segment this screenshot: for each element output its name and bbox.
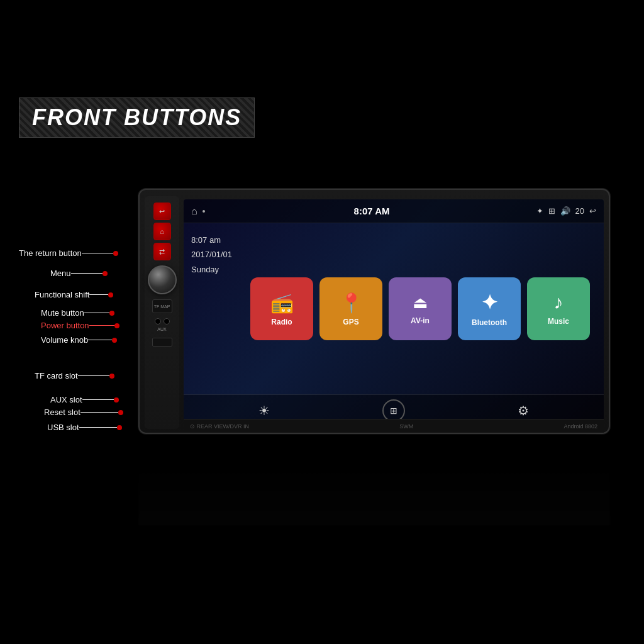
app-gps[interactable]: 📍 GPS (319, 277, 382, 340)
aux-label: AUX (157, 327, 166, 331)
home-status-icon: ⌂ (191, 206, 197, 217)
radio-label: Radio (271, 318, 292, 326)
ann-usb-line (79, 427, 117, 428)
ann-power-dot (114, 323, 119, 328)
ann-mute-text: Mute button (41, 308, 84, 318)
ann-aux-dot (114, 397, 119, 402)
ann-menu-text: Menu (50, 269, 71, 278)
volume-knob[interactable] (148, 265, 177, 294)
swm-label: SWM (399, 423, 413, 430)
bt-label: Bluetooth (472, 318, 507, 327)
ann-power-text: Power button (41, 321, 89, 330)
ann-tf-text: TF card slot (35, 371, 78, 380)
brightness-button[interactable]: ☀ (246, 400, 282, 421)
ann-tf-line (78, 375, 109, 376)
return-icon: ↩ (159, 208, 165, 216)
ann-volume-line (88, 340, 112, 340)
settings-button[interactable]: ⚙ (505, 400, 541, 421)
status-icons: ✦ ⊞ 🔊 20 ↩ (536, 206, 596, 216)
left-panel: ↩ ⌂ ⇄ TF MAP AUX (145, 196, 179, 429)
ann-mute-line (84, 313, 109, 313)
title-box: FRONT BUTTONS (19, 97, 255, 138)
ann-return-text: The return button (19, 248, 82, 258)
tf-card-slot[interactable]: TF MAP (152, 299, 172, 313)
bluetooth-status-icon: ✦ (536, 206, 543, 216)
device-bottom-bar: ⊙ REAR VIEW/DVR IN SWM Android 8802 (184, 419, 604, 433)
equalizer-icon: ⊞ (548, 206, 555, 216)
ann-aux: AUX slot (50, 395, 119, 404)
ann-menu-dot (103, 271, 108, 276)
ann-tf-dot (109, 374, 114, 379)
ann-usb-text: USB slot (47, 423, 79, 432)
home-icon: ⌂ (160, 228, 164, 235)
tf-slot-label: TF MAP (154, 304, 170, 309)
ann-usb: USB slot (47, 423, 122, 432)
aux-reset-row (155, 318, 170, 325)
aux-slot[interactable] (155, 318, 161, 325)
ann-menu-line (71, 273, 103, 274)
status-bar: ⌂ 8:07 AM ✦ ⊞ 🔊 20 ↩ (184, 199, 604, 223)
menu-button[interactable]: ⌂ (153, 223, 171, 240)
ann-reset: Reset slot (44, 408, 123, 417)
ann-func-dot (108, 292, 113, 297)
app-grid: 📻 Radio 📍 GPS ⏏ AV-in ✦ Bluetooth (244, 230, 596, 388)
screen: ⌂ 8:07 AM ✦ ⊞ 🔊 20 ↩ 8:07 am 2017/01/01 … (184, 199, 604, 426)
date-info: 8:07 am 2017/01/01 Sunday (191, 230, 244, 388)
ann-func-shift-text: Functional shift (35, 290, 89, 299)
ann-aux-line (82, 399, 114, 400)
device-body: ↩ ⌂ ⇄ TF MAP AUX (138, 189, 610, 434)
ann-power-line (89, 325, 114, 326)
app-music[interactable]: ♪ Music (527, 277, 590, 340)
ann-reset-dot (118, 410, 123, 415)
ann-menu: Menu (50, 269, 108, 278)
functional-shift-button[interactable]: ⇄ (153, 243, 171, 260)
usb-slot[interactable] (152, 338, 172, 347)
ann-func-line (89, 294, 108, 295)
app-avin[interactable]: ⏏ AV-in (389, 277, 452, 340)
title-heading: FRONT BUTTONS (32, 104, 242, 130)
bt-icon: ✦ (481, 291, 498, 314)
ann-return-dot (113, 251, 118, 256)
ann-mute-dot (109, 311, 114, 316)
ann-reset-text: Reset slot (44, 408, 80, 417)
music-label: Music (548, 317, 569, 326)
gps-label: GPS (343, 318, 358, 326)
ann-reset-line (80, 412, 118, 413)
ann-volume-dot (112, 338, 117, 343)
ann-volume: Volume knob (41, 335, 117, 345)
rear-view-label: ⊙ REAR VIEW/DVR IN (190, 423, 249, 430)
status-dot (203, 210, 205, 213)
shift-icon: ⇄ (159, 248, 165, 256)
ann-aux-text: AUX slot (50, 395, 82, 404)
ann-return-line (82, 253, 113, 253)
radio-icon: 📻 (270, 292, 294, 314)
device-unit: ↩ ⌂ ⇄ TF MAP AUX (138, 189, 610, 447)
ann-usb-dot (117, 425, 122, 430)
back-nav-icon: ↩ (589, 206, 596, 216)
gps-icon: 📍 (340, 292, 363, 314)
ann-tf: TF card slot (35, 371, 114, 380)
ann-return: The return button (19, 248, 118, 258)
screen-content: 8:07 am 2017/01/01 Sunday 📻 Radio 📍 GPS … (184, 223, 604, 394)
device-reflection (138, 450, 610, 525)
reset-slot[interactable] (164, 318, 170, 325)
app-radio[interactable]: 📻 Radio (250, 277, 313, 340)
music-icon: ♪ (554, 292, 564, 313)
ann-volume-text: Volume knob (41, 335, 88, 345)
volume-level: 20 (575, 206, 584, 216)
app-bluetooth[interactable]: ✦ Bluetooth (458, 277, 521, 340)
return-button[interactable]: ↩ (153, 203, 171, 220)
day-display: Sunday (191, 262, 244, 277)
ann-func-shift: Functional shift (35, 290, 113, 299)
android-model-label: Android 8802 (564, 423, 597, 430)
avin-label: AV-in (411, 316, 430, 325)
status-time: 8:07 AM (208, 206, 536, 216)
time-display: 8:07 am (191, 233, 244, 247)
avin-icon: ⏏ (413, 293, 428, 313)
ann-power: Power button (41, 321, 119, 330)
date-display: 2017/01/01 (191, 247, 244, 262)
volume-icon: 🔊 (560, 206, 570, 216)
ann-mute: Mute button (41, 308, 114, 318)
